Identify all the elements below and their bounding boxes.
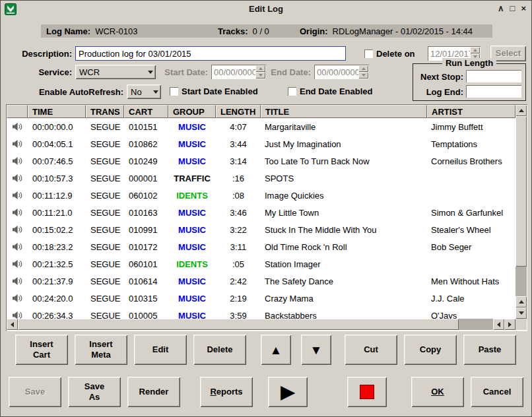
table-row[interactable]: 00:15:02.2 SEGUE 010991 MUSIC 3:22 Stuck… [7,221,515,238]
end-date-label: End Date: [268,67,311,77]
autorefresh-value: No [127,87,150,97]
cell-artist: Simon & Garfunkel [427,208,515,218]
start-date-enabled-checkbox[interactable] [170,87,178,96]
shade-icon[interactable]: ∧ [498,3,504,14]
reports-label: Reports [210,387,242,397]
cell-time: 00:21:32.5 [28,259,86,269]
stop-icon [360,385,374,399]
next-stop-field[interactable] [466,70,521,82]
log-end-label: Log End: [413,87,463,97]
spin-down-icon [255,72,265,79]
titlebar[interactable]: Edit Log ∧ □ × [1,1,531,18]
autorefresh-select[interactable]: No [127,84,161,99]
cell-length: :05 [216,259,261,269]
chevron-down-icon [145,71,156,74]
cell-group: TRAFFIC [168,174,216,183]
cell-group: MUSIC [168,156,216,166]
table-row[interactable]: 00:18:23.2 SEGUE 010172 MUSIC 3:11 Old T… [7,238,515,255]
play-button[interactable]: ▶ [268,377,308,407]
horizontal-scroll-thumb[interactable] [18,319,459,330]
table-row[interactable]: 00:11:21.0 SEGUE 010163 MUSIC 3:46 My Li… [7,204,515,221]
horizontal-scrollbar[interactable] [7,319,515,330]
cell-group: MUSIC [168,311,216,319]
scroll-up-bottom-icon[interactable] [515,296,527,307]
column-header-group[interactable]: GROUP [168,105,216,118]
scroll-right-icon[interactable] [504,319,515,330]
delete-button[interactable]: Delete [193,335,246,365]
cell-time: 00:15:02.2 [28,225,86,235]
close-icon[interactable]: × [521,3,526,14]
cell-length: 4:07 [216,122,261,132]
service-select[interactable]: WCR [75,65,156,79]
stop-button[interactable] [347,377,387,407]
log-table-body[interactable]: 00:00:00.0 SEGUE 010151 MUSIC 4:07 Marga… [7,118,515,319]
speaker-icon [7,311,28,319]
column-header-trans[interactable]: TRANS [86,105,124,118]
table-row[interactable]: 00:21:37.9 SEGUE 010614 MUSIC 2:42 The S… [7,273,515,290]
cell-artist: Men Without Hats [427,276,515,286]
cell-length: :16 [216,174,261,183]
cell-time: 00:00:00.0 [28,122,86,132]
cell-cart: 010614 [124,276,168,286]
table-row[interactable]: 00:24:20.0 SEGUE 010315 MUSIC 2:19 Crazy… [7,290,515,307]
column-header-time[interactable]: TIME [28,105,86,118]
end-date-enabled-checkbox[interactable] [288,87,296,96]
move-up-button[interactable]: ▲ [261,335,291,365]
move-down-button[interactable]: ▼ [301,335,331,365]
table-row[interactable]: 00:00:00.0 SEGUE 010151 MUSIC 4:07 Marga… [7,118,515,135]
cell-cart: 010005 [124,311,168,319]
start-date-label: Start Date: [159,67,208,77]
table-row[interactable]: 00:11:12.9 SEGUE 060102 IDENTS :08 Image… [7,187,515,204]
vertical-scrollbar[interactable] [515,105,527,319]
insert-cart-button[interactable]: Insert Cart [15,335,68,365]
play-icon: ▶ [281,383,295,401]
cancel-button[interactable]: Cancel [471,377,523,407]
scroll-up-icon[interactable] [515,105,527,116]
cut-button[interactable]: Cut [345,335,397,365]
table-row[interactable]: 00:10:57.3 SEGUE 000001 TRAFFIC :16 SPOT… [7,170,515,187]
cell-time: 00:10:57.3 [28,174,86,183]
maximize-icon[interactable]: □ [510,3,515,14]
ok-button[interactable]: OK [411,377,464,407]
log-end-field[interactable] [466,85,521,98]
scroll-down-icon[interactable] [515,307,527,319]
column-header-length[interactable]: LENGTH [216,105,261,118]
table-row[interactable]: 00:07:46.5 SEGUE 010249 MUSIC 3:14 Too L… [7,152,515,170]
scroll-left-icon[interactable] [7,319,18,330]
start-date-spinner [255,65,265,79]
edit-button[interactable]: Edit [134,335,187,365]
reports-button[interactable]: Reports [200,377,253,407]
table-row[interactable]: 00:26:34.3 SEGUE 010005 MUSIC 3:59 Backs… [7,307,515,319]
paste-button[interactable]: Paste [463,335,516,365]
cell-title: My Little Town [261,208,427,218]
spin-up-icon [358,65,368,72]
column-header-artist[interactable]: ARTIST [427,105,515,118]
start-date-value: 00/00/0000 [211,65,255,79]
reports-rest: eports [216,387,243,397]
description-input[interactable] [75,46,346,61]
origin-value: RDLogManager - 01/02/2015 - 14:44 [333,26,473,36]
cell-group: MUSIC [168,122,216,132]
end-date-field: 00/00/0000 [314,65,369,79]
column-header-icon[interactable] [7,105,28,118]
scroll-left-end-icon[interactable] [493,319,504,330]
save-as-button[interactable]: Save As [68,377,121,407]
insert-meta-button[interactable]: Insert Meta [75,335,127,365]
column-header-cart[interactable]: CART [124,105,168,118]
vertical-scroll-thumb[interactable] [515,116,527,267]
speaker-icon [7,294,28,303]
cell-trans: SEGUE [86,208,124,218]
spin-up-icon [470,47,480,53]
delete-on-checkbox[interactable] [364,49,373,58]
table-row[interactable]: 00:04:05.1 SEGUE 010862 MUSIC 3:44 Just … [7,135,515,152]
cell-cart: 010151 [124,122,168,132]
copy-button[interactable]: Copy [404,335,457,365]
scrollbar-corner [515,319,527,330]
column-header-title[interactable]: TITLE [261,105,427,118]
next-stop-label: Next Stop: [413,72,463,82]
service-value: WCR [75,67,145,77]
tracks-label: Tracks: [218,26,248,36]
speaker-icon [7,259,28,269]
render-button[interactable]: Render [127,377,180,407]
table-row[interactable]: 00:21:32.5 SEGUE 060101 IDENTS :05 Stati… [7,255,515,273]
